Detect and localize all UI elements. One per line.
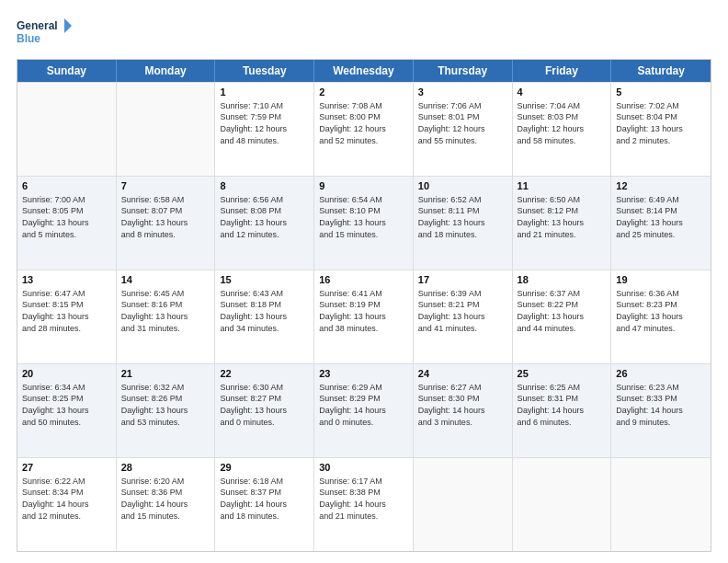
- calendar-cell: 20Sunrise: 6:34 AM Sunset: 8:25 PM Dayli…: [17, 364, 117, 457]
- day-number: 2: [319, 86, 408, 99]
- calendar-cell: 14Sunrise: 6:45 AM Sunset: 8:16 PM Dayli…: [117, 270, 216, 363]
- day-number: 13: [22, 273, 111, 287]
- calendar-cell: [117, 83, 216, 176]
- calendar-cell: 27Sunrise: 6:22 AM Sunset: 8:34 PM Dayli…: [17, 458, 117, 551]
- day-number: 26: [616, 367, 706, 381]
- calendar-cell: 1Sunrise: 7:10 AM Sunset: 7:59 PM Daylig…: [215, 83, 314, 176]
- calendar-cell: [17, 83, 117, 176]
- cell-info: Sunrise: 6:41 AM Sunset: 8:19 PM Dayligh…: [319, 288, 408, 334]
- cell-info: Sunrise: 7:00 AM Sunset: 8:05 PM Dayligh…: [22, 194, 111, 240]
- calendar-cell: 7Sunrise: 6:58 AM Sunset: 8:07 PM Daylig…: [117, 177, 216, 270]
- calendar-header-cell: Saturday: [611, 60, 711, 82]
- calendar-cell: 24Sunrise: 6:27 AM Sunset: 8:30 PM Dayli…: [414, 364, 513, 457]
- cell-info: Sunrise: 6:27 AM Sunset: 8:30 PM Dayligh…: [418, 382, 507, 428]
- cell-info: Sunrise: 6:45 AM Sunset: 8:16 PM Dayligh…: [121, 288, 210, 334]
- calendar-cell: 10Sunrise: 6:52 AM Sunset: 8:11 PM Dayli…: [414, 177, 513, 270]
- calendar-body: 1Sunrise: 7:10 AM Sunset: 7:59 PM Daylig…: [17, 82, 711, 551]
- calendar-week-row: 13Sunrise: 6:47 AM Sunset: 8:15 PM Dayli…: [17, 270, 711, 363]
- cell-info: Sunrise: 7:08 AM Sunset: 8:00 PM Dayligh…: [319, 100, 408, 146]
- day-number: 14: [121, 273, 210, 287]
- cell-info: Sunrise: 6:49 AM Sunset: 8:14 PM Dayligh…: [616, 194, 706, 240]
- cell-info: Sunrise: 6:56 AM Sunset: 8:08 PM Dayligh…: [220, 194, 309, 240]
- cell-info: Sunrise: 6:58 AM Sunset: 8:07 PM Dayligh…: [121, 194, 210, 240]
- calendar-header-cell: Sunday: [17, 60, 117, 82]
- cell-info: Sunrise: 6:23 AM Sunset: 8:33 PM Dayligh…: [616, 382, 706, 428]
- cell-info: Sunrise: 6:54 AM Sunset: 8:10 PM Dayligh…: [319, 194, 408, 240]
- cell-info: Sunrise: 7:02 AM Sunset: 8:04 PM Dayligh…: [616, 100, 706, 146]
- calendar-week-row: 1Sunrise: 7:10 AM Sunset: 7:59 PM Daylig…: [17, 82, 711, 176]
- day-number: 17: [418, 273, 507, 287]
- day-number: 18: [518, 273, 607, 287]
- calendar-week-row: 27Sunrise: 6:22 AM Sunset: 8:34 PM Dayli…: [17, 457, 711, 551]
- header: General Blue: [17, 17, 711, 50]
- cell-info: Sunrise: 6:18 AM Sunset: 8:37 PM Dayligh…: [220, 476, 309, 522]
- cell-info: Sunrise: 6:22 AM Sunset: 8:34 PM Dayligh…: [22, 476, 111, 522]
- calendar-cell: 15Sunrise: 6:43 AM Sunset: 8:18 PM Dayli…: [215, 270, 314, 363]
- day-number: 11: [518, 179, 607, 193]
- calendar-cell: 2Sunrise: 7:08 AM Sunset: 8:00 PM Daylig…: [314, 83, 414, 176]
- calendar-cell: 8Sunrise: 6:56 AM Sunset: 8:08 PM Daylig…: [215, 177, 314, 270]
- day-number: 3: [418, 86, 507, 99]
- day-number: 19: [616, 273, 706, 287]
- cell-info: Sunrise: 7:06 AM Sunset: 8:01 PM Dayligh…: [418, 100, 507, 146]
- cell-info: Sunrise: 7:10 AM Sunset: 7:59 PM Dayligh…: [220, 100, 309, 146]
- day-number: 27: [22, 461, 111, 475]
- day-number: 28: [121, 461, 210, 475]
- calendar-cell: 6Sunrise: 7:00 AM Sunset: 8:05 PM Daylig…: [17, 177, 117, 270]
- logo-svg: General Blue: [17, 17, 72, 50]
- calendar-cell: [414, 458, 513, 551]
- calendar-cell: 13Sunrise: 6:47 AM Sunset: 8:15 PM Dayli…: [17, 270, 117, 363]
- calendar-cell: 9Sunrise: 6:54 AM Sunset: 8:10 PM Daylig…: [314, 177, 414, 270]
- calendar-cell: 30Sunrise: 6:17 AM Sunset: 8:38 PM Dayli…: [314, 458, 414, 551]
- logo: General Blue: [17, 17, 72, 50]
- calendar-cell: 16Sunrise: 6:41 AM Sunset: 8:19 PM Dayli…: [314, 270, 414, 363]
- calendar-cell: 5Sunrise: 7:02 AM Sunset: 8:04 PM Daylig…: [611, 83, 711, 176]
- day-number: 6: [22, 179, 111, 193]
- day-number: 10: [418, 179, 507, 193]
- day-number: 24: [418, 367, 507, 381]
- cell-info: Sunrise: 6:34 AM Sunset: 8:25 PM Dayligh…: [22, 382, 111, 428]
- day-number: 16: [319, 273, 408, 287]
- day-number: 22: [220, 367, 309, 381]
- day-number: 9: [319, 179, 408, 193]
- calendar-header-cell: Thursday: [414, 60, 513, 82]
- day-number: 20: [22, 367, 111, 381]
- day-number: 4: [518, 86, 607, 99]
- cell-info: Sunrise: 6:29 AM Sunset: 8:29 PM Dayligh…: [319, 382, 408, 428]
- calendar-cell: 11Sunrise: 6:50 AM Sunset: 8:12 PM Dayli…: [513, 177, 612, 270]
- day-number: 5: [616, 86, 706, 99]
- calendar-cell: 21Sunrise: 6:32 AM Sunset: 8:26 PM Dayli…: [117, 364, 216, 457]
- calendar-cell: 23Sunrise: 6:29 AM Sunset: 8:29 PM Dayli…: [314, 364, 414, 457]
- calendar-cell: 29Sunrise: 6:18 AM Sunset: 8:37 PM Dayli…: [215, 458, 314, 551]
- cell-info: Sunrise: 6:25 AM Sunset: 8:31 PM Dayligh…: [518, 382, 607, 428]
- calendar-cell: 17Sunrise: 6:39 AM Sunset: 8:21 PM Dayli…: [414, 270, 513, 363]
- calendar: SundayMondayTuesdayWednesdayThursdayFrid…: [17, 59, 711, 552]
- day-number: 8: [220, 179, 309, 193]
- calendar-cell: 28Sunrise: 6:20 AM Sunset: 8:36 PM Dayli…: [117, 458, 216, 551]
- cell-info: Sunrise: 6:17 AM Sunset: 8:38 PM Dayligh…: [319, 476, 408, 522]
- calendar-cell: 3Sunrise: 7:06 AM Sunset: 8:01 PM Daylig…: [414, 83, 513, 176]
- calendar-cell: 25Sunrise: 6:25 AM Sunset: 8:31 PM Dayli…: [513, 364, 612, 457]
- calendar-cell: 19Sunrise: 6:36 AM Sunset: 8:23 PM Dayli…: [611, 270, 711, 363]
- calendar-cell: [611, 458, 711, 551]
- calendar-header-cell: Tuesday: [215, 60, 314, 82]
- cell-info: Sunrise: 6:52 AM Sunset: 8:11 PM Dayligh…: [418, 194, 507, 240]
- calendar-week-row: 6Sunrise: 7:00 AM Sunset: 8:05 PM Daylig…: [17, 176, 711, 270]
- page: General Blue SundayMondayTuesdayWednesda…: [0, 0, 728, 563]
- day-number: 7: [121, 179, 210, 193]
- cell-info: Sunrise: 7:04 AM Sunset: 8:03 PM Dayligh…: [518, 100, 607, 146]
- day-number: 25: [518, 367, 607, 381]
- cell-info: Sunrise: 6:32 AM Sunset: 8:26 PM Dayligh…: [121, 382, 210, 428]
- calendar-cell: 12Sunrise: 6:49 AM Sunset: 8:14 PM Dayli…: [611, 177, 711, 270]
- cell-info: Sunrise: 6:36 AM Sunset: 8:23 PM Dayligh…: [616, 288, 706, 334]
- cell-info: Sunrise: 6:20 AM Sunset: 8:36 PM Dayligh…: [121, 476, 210, 522]
- calendar-cell: 18Sunrise: 6:37 AM Sunset: 8:22 PM Dayli…: [513, 270, 612, 363]
- cell-info: Sunrise: 6:50 AM Sunset: 8:12 PM Dayligh…: [518, 194, 607, 240]
- day-number: 12: [616, 179, 706, 193]
- cell-info: Sunrise: 6:47 AM Sunset: 8:15 PM Dayligh…: [22, 288, 111, 334]
- cell-info: Sunrise: 6:43 AM Sunset: 8:18 PM Dayligh…: [220, 288, 309, 334]
- cell-info: Sunrise: 6:37 AM Sunset: 8:22 PM Dayligh…: [518, 288, 607, 334]
- svg-text:General: General: [17, 19, 58, 32]
- cell-info: Sunrise: 6:30 AM Sunset: 8:27 PM Dayligh…: [220, 382, 309, 428]
- calendar-cell: [513, 458, 612, 551]
